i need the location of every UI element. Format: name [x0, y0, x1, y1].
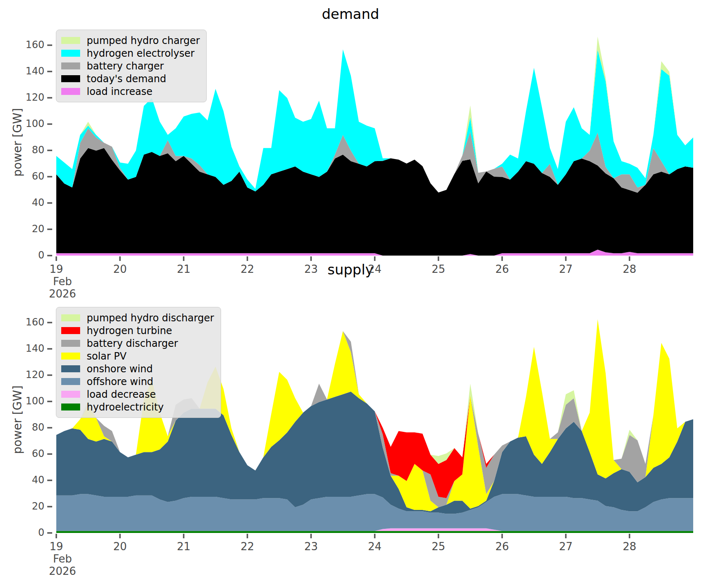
x-tick-label: 26 [484, 263, 521, 275]
legend-label: today's demand [87, 73, 166, 85]
legend-label: offshore wind [87, 376, 153, 387]
legend-swatch-solar_pv [61, 353, 80, 360]
legend-label: battery charger [87, 60, 164, 72]
legend-label: pumped hydro discharger [87, 312, 214, 324]
x-tick-label: 24 [356, 540, 393, 553]
x-tick-label: 20 [101, 263, 138, 275]
x-tick-label: 27 [547, 263, 584, 275]
x-tick-label: 28 [611, 263, 648, 275]
y-tick-label: 40 [16, 474, 44, 486]
figure: demand supply power [GW] power [GW] pump… [0, 0, 701, 588]
legend-swatch-hydrogen_turbine [61, 327, 80, 334]
legend-label: load increase [87, 86, 152, 97]
y-tick-label: 80 [16, 422, 44, 433]
y-tick-label: 60 [16, 171, 44, 182]
legend-swatch-battery_charger [61, 62, 80, 69]
y-tick-label: 20 [16, 223, 44, 235]
y-tick-label: 60 [16, 448, 44, 459]
legend-label: pumped hydro charger [87, 35, 200, 46]
legend-label: hydroelectricity [87, 401, 164, 413]
legend-label: load decrease [87, 389, 156, 400]
y-tick-label: 140 [16, 343, 44, 354]
legend-swatch-hydroelectricity [61, 404, 80, 410]
y-tick-label: 100 [16, 395, 44, 407]
y-tick-label: 80 [16, 144, 44, 156]
legend-item-todays_demand: today's demand [61, 72, 200, 85]
x-axis-date-sublabel: Feb [40, 275, 85, 288]
legend-label: solar PV [87, 350, 127, 362]
legend-swatch-battery_discharger [61, 340, 80, 347]
legend-item-hydrogen_turbine: hydrogen turbine [61, 324, 214, 337]
x-tick-label: 20 [101, 540, 138, 553]
y-tick-label: 120 [16, 369, 44, 380]
legend-item-hydrogen_electrolyser: hydrogen electrolyser [61, 47, 200, 60]
area-hydroelectricity-supply [56, 531, 693, 533]
x-tick-label: 21 [165, 263, 202, 275]
x-tick-label: 27 [547, 540, 584, 553]
x-tick-label: 19 [38, 540, 75, 553]
legend-swatch-offshore_wind [61, 378, 80, 385]
y-tick-label: 0 [16, 527, 44, 538]
supply-legend: pumped hydro dischargerhydrogen turbineb… [56, 307, 221, 418]
legend-label: onshore wind [87, 363, 153, 375]
legend-item-pumped_hydro_discharger: pumped hydro discharger [61, 311, 214, 324]
x-tick-label: 24 [356, 263, 393, 275]
x-tick-label: 21 [165, 540, 202, 553]
legend-swatch-todays_demand [61, 75, 80, 82]
legend-swatch-hydrogen_electrolyser [61, 50, 80, 57]
x-tick-label: 25 [420, 540, 457, 553]
x-axis-date-sublabel: 2026 [40, 565, 85, 577]
legend-swatch-onshore_wind [61, 365, 80, 372]
y-tick-label: 160 [16, 316, 44, 328]
y-tick-label: 100 [16, 118, 44, 129]
legend-label: battery discharger [87, 338, 178, 349]
y-tick-label: 40 [16, 197, 44, 208]
legend-label: hydrogen electrolyser [87, 48, 194, 59]
legend-item-pumped_hydro_charger: pumped hydro charger [61, 34, 200, 47]
demand-legend: pumped hydro chargerhydrogen electrolyse… [56, 30, 207, 102]
x-tick-label: 19 [38, 263, 75, 275]
legend-item-solar_pv: solar PV [61, 350, 214, 362]
y-tick-label: 120 [16, 92, 44, 103]
x-axis-date-sublabel: 2026 [40, 288, 85, 300]
x-tick-label: 23 [293, 540, 330, 553]
x-tick-label: 28 [611, 540, 648, 553]
x-axis-date-sublabel: Feb [40, 553, 85, 565]
demand-chart-title: demand [0, 6, 701, 22]
x-tick-label: 22 [229, 540, 266, 553]
y-tick-label: 140 [16, 65, 44, 77]
x-tick-label: 26 [484, 540, 521, 553]
y-tick-label: 0 [16, 249, 44, 261]
legend-item-load_decrease: load decrease [61, 388, 214, 401]
legend-item-hydroelectricity: hydroelectricity [61, 401, 214, 413]
legend-item-battery_discharger: battery discharger [61, 337, 214, 350]
legend-swatch-load_decrease [61, 391, 80, 398]
legend-item-onshore_wind: onshore wind [61, 362, 214, 375]
legend-swatch-pumped_hydro_charger [61, 37, 80, 44]
legend-item-load_increase: load increase [61, 85, 200, 98]
legend-swatch-load_increase [61, 88, 80, 95]
legend-item-battery_charger: battery charger [61, 60, 200, 72]
x-tick-label: 22 [229, 263, 266, 275]
legend-label: hydrogen turbine [87, 325, 172, 337]
y-tick-label: 20 [16, 500, 44, 512]
x-tick-label: 25 [420, 263, 457, 275]
legend-item-offshore_wind: offshore wind [61, 375, 214, 388]
legend-swatch-pumped_hydro_discharger [61, 314, 80, 321]
x-tick-label: 23 [293, 263, 330, 275]
y-tick-label: 160 [16, 39, 44, 51]
